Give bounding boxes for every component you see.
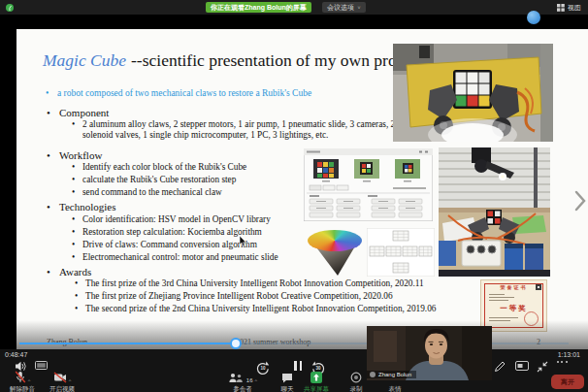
section-technologies-label: Technologies — [59, 201, 116, 212]
progress-handle[interactable] — [230, 338, 242, 349]
progress-fill — [19, 343, 236, 344]
picture-in-picture-icon[interactable] — [514, 361, 529, 371]
webcam-name-tag: Zhang Bolun — [367, 371, 416, 378]
camera-muted-icon — [53, 372, 67, 383]
technology-item: Color identification: HSV model in OpenC… — [82, 214, 271, 225]
photo-robot-claws-cube — [393, 44, 553, 142]
participants-label: 参会者 — [221, 385, 264, 392]
meeting-options-button[interactable]: 会议选项 ∨ — [322, 2, 366, 13]
start-video-button[interactable]: ^ 开启视频 — [46, 371, 79, 383]
viewing-screen-banner: 你正在观看Zhang Bolun的屏幕 — [206, 2, 311, 13]
image-hsv-color-cone — [306, 228, 366, 277]
screenshot-cube-software — [304, 148, 433, 221]
view-grid-icon — [557, 4, 565, 12]
more-options-icon[interactable] — [555, 361, 569, 363]
chat-icon — [281, 373, 293, 383]
record-label: 录制 — [342, 385, 371, 392]
component-item: 2 aluminum alloy claws, 2 stepper motors… — [82, 119, 420, 141]
section-component-label: Component — [59, 107, 109, 118]
view-label: 视图 — [568, 3, 581, 13]
meeting-screen-share-view: Magic Cube--scientific presentation of m… — [0, 0, 588, 392]
certificate-qr-code — [536, 284, 541, 290]
annotate-pencil-icon[interactable] — [493, 361, 506, 373]
section-workflow-label: Workflow — [59, 149, 102, 161]
view-button[interactable]: 视图 — [557, 2, 581, 13]
participants-button[interactable]: 16 ^ 参会者 — [221, 371, 264, 383]
technology-item: Electromechanical control: motor and pne… — [82, 252, 278, 263]
slide-subtitle: a robot composed of two mechanical claws… — [57, 88, 311, 98]
participant-count: 16 — [246, 377, 253, 383]
slide-title-emphasis: Magic Cube — [43, 50, 126, 70]
record-icon — [350, 372, 362, 383]
share-screen-icon — [310, 372, 322, 383]
total-time: 1:13:01 — [558, 351, 580, 358]
mouse-cursor-icon — [239, 236, 247, 247]
award-item: The second prize of the 2nd China Univer… — [85, 304, 541, 314]
workflow-item: Identify each color block of the Rubik's… — [82, 162, 246, 173]
certificate-image: 荣誉证书 一等奖 — [480, 279, 547, 332]
technology-item: Drive of claws: Command conversion algor… — [82, 240, 257, 250]
workflow-item: calculate the Rubik's Cube restoration s… — [82, 175, 236, 185]
webcam-thumbnail[interactable]: Zhang Bolun — [367, 326, 492, 380]
award-item: The first prize of the 3rd China Univers… — [85, 278, 541, 289]
award-item: The first prize of Zhejiang Province Int… — [85, 291, 541, 302]
mic-muted-icon — [15, 371, 26, 383]
photo-robot-rig — [439, 147, 550, 277]
share-screen-label: 共享屏幕 — [297, 385, 336, 392]
unmute-button[interactable]: ^ 解除静音 — [4, 371, 41, 383]
exit-fullscreen-icon[interactable] — [536, 361, 548, 373]
hsv-cone-top — [308, 230, 362, 251]
current-time: 0:48:47 — [5, 351, 27, 358]
bottom-toolbar: 0:48:47 1:13:01 10 30 — [0, 349, 588, 392]
floating-avatar-dot[interactable] — [527, 11, 540, 24]
certificate-seal — [524, 311, 539, 326]
reactions-label: 表情 — [380, 385, 409, 392]
top-bar: 你正在观看Zhang Bolun的屏幕 会议选项 ∨ 视图 — [0, 0, 588, 15]
app-icon[interactable] — [5, 3, 15, 13]
presentation-slide: Magic Cube--scientific presentation of m… — [16, 29, 588, 349]
video-caret-icon[interactable]: ^ — [69, 378, 72, 383]
slide-title-rest: --scientific presentation of my own proj… — [131, 50, 421, 70]
workflow-item: send command to the mechanical claw — [82, 187, 222, 198]
leave-meeting-button[interactable]: 离开 — [551, 375, 584, 389]
unmute-caret-icon[interactable]: ^ — [28, 378, 31, 383]
section-awards-label: Awards — [59, 266, 91, 278]
start-video-label: 开启视频 — [46, 385, 79, 392]
next-slide-chevron-icon[interactable] — [574, 190, 586, 212]
image-cube-table-document — [367, 228, 435, 277]
options-caret-down-icon: ∨ — [357, 3, 361, 12]
certificate-award-text: 一等奖 — [481, 304, 546, 313]
webcam-participant-name: Zhang Bolun — [378, 372, 411, 377]
forward-seconds: 30 — [310, 366, 326, 371]
participants-caret-icon[interactable]: ^ — [255, 378, 258, 383]
slide-title: Magic Cube--scientific presentation of m… — [43, 50, 421, 71]
share-screen-button[interactable]: 共享屏幕 — [297, 371, 336, 383]
technology-item: Restoration step calculation: Kociemba a… — [82, 227, 262, 238]
meeting-options-label: 会议选项 — [327, 2, 354, 13]
display-icon[interactable] — [34, 361, 48, 371]
unmute-label: 解除静音 — [4, 385, 41, 392]
participants-icon — [228, 373, 244, 383]
pause-icon[interactable] — [293, 361, 303, 371]
rewind-seconds: 10 — [255, 366, 271, 371]
webcam-status-icon — [370, 372, 376, 377]
